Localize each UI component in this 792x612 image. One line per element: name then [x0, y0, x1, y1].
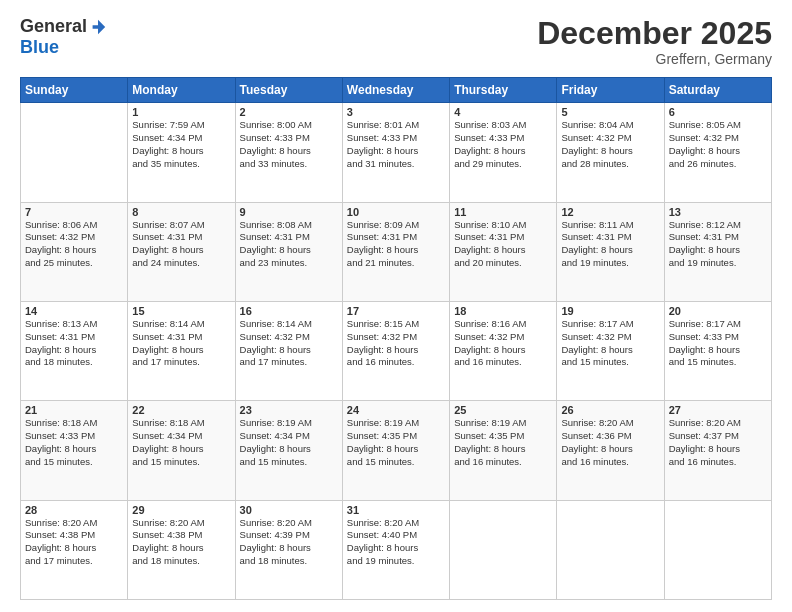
day-info: Sunrise: 8:08 AMSunset: 4:31 PMDaylight:… [240, 219, 338, 270]
day-info: Sunrise: 8:05 AMSunset: 4:32 PMDaylight:… [669, 119, 767, 170]
week-row-4: 21Sunrise: 8:18 AMSunset: 4:33 PMDayligh… [21, 401, 772, 500]
day-number: 1 [132, 106, 230, 118]
day-number: 30 [240, 504, 338, 516]
calendar-cell: 21Sunrise: 8:18 AMSunset: 4:33 PMDayligh… [21, 401, 128, 500]
day-info: Sunrise: 8:20 AMSunset: 4:40 PMDaylight:… [347, 517, 445, 568]
logo-icon [89, 18, 107, 36]
calendar-cell: 30Sunrise: 8:20 AMSunset: 4:39 PMDayligh… [235, 500, 342, 599]
title-block: December 2025 Greffern, Germany [537, 16, 772, 67]
day-info: Sunrise: 8:20 AMSunset: 4:38 PMDaylight:… [25, 517, 123, 568]
day-number: 9 [240, 206, 338, 218]
day-info: Sunrise: 8:07 AMSunset: 4:31 PMDaylight:… [132, 219, 230, 270]
calendar-cell [557, 500, 664, 599]
day-number: 17 [347, 305, 445, 317]
calendar-cell: 28Sunrise: 8:20 AMSunset: 4:38 PMDayligh… [21, 500, 128, 599]
calendar-cell: 19Sunrise: 8:17 AMSunset: 4:32 PMDayligh… [557, 301, 664, 400]
calendar-cell: 29Sunrise: 8:20 AMSunset: 4:38 PMDayligh… [128, 500, 235, 599]
day-number: 2 [240, 106, 338, 118]
calendar-cell: 23Sunrise: 8:19 AMSunset: 4:34 PMDayligh… [235, 401, 342, 500]
day-number: 8 [132, 206, 230, 218]
day-number: 21 [25, 404, 123, 416]
calendar-cell: 17Sunrise: 8:15 AMSunset: 4:32 PMDayligh… [342, 301, 449, 400]
day-number: 28 [25, 504, 123, 516]
day-number: 24 [347, 404, 445, 416]
day-header-thursday: Thursday [450, 78, 557, 103]
day-number: 16 [240, 305, 338, 317]
day-info: Sunrise: 8:18 AMSunset: 4:34 PMDaylight:… [132, 417, 230, 468]
calendar-table: SundayMondayTuesdayWednesdayThursdayFrid… [20, 77, 772, 600]
day-info: Sunrise: 8:00 AMSunset: 4:33 PMDaylight:… [240, 119, 338, 170]
calendar-cell: 20Sunrise: 8:17 AMSunset: 4:33 PMDayligh… [664, 301, 771, 400]
day-info: Sunrise: 7:59 AMSunset: 4:34 PMDaylight:… [132, 119, 230, 170]
day-number: 22 [132, 404, 230, 416]
day-number: 7 [25, 206, 123, 218]
logo: General Blue [20, 16, 107, 58]
day-info: Sunrise: 8:14 AMSunset: 4:32 PMDaylight:… [240, 318, 338, 369]
calendar-cell: 6Sunrise: 8:05 AMSunset: 4:32 PMDaylight… [664, 103, 771, 202]
day-number: 31 [347, 504, 445, 516]
day-header-saturday: Saturday [664, 78, 771, 103]
logo-blue: Blue [20, 37, 59, 58]
day-info: Sunrise: 8:15 AMSunset: 4:32 PMDaylight:… [347, 318, 445, 369]
calendar-cell [664, 500, 771, 599]
calendar-cell [21, 103, 128, 202]
day-info: Sunrise: 8:01 AMSunset: 4:33 PMDaylight:… [347, 119, 445, 170]
day-info: Sunrise: 8:06 AMSunset: 4:32 PMDaylight:… [25, 219, 123, 270]
day-info: Sunrise: 8:04 AMSunset: 4:32 PMDaylight:… [561, 119, 659, 170]
calendar-cell: 7Sunrise: 8:06 AMSunset: 4:32 PMDaylight… [21, 202, 128, 301]
day-header-tuesday: Tuesday [235, 78, 342, 103]
day-info: Sunrise: 8:11 AMSunset: 4:31 PMDaylight:… [561, 219, 659, 270]
logo-general: General [20, 16, 87, 37]
page: General Blue December 2025 Greffern, Ger… [0, 0, 792, 612]
calendar-cell: 4Sunrise: 8:03 AMSunset: 4:33 PMDaylight… [450, 103, 557, 202]
day-number: 19 [561, 305, 659, 317]
calendar-cell: 9Sunrise: 8:08 AMSunset: 4:31 PMDaylight… [235, 202, 342, 301]
day-number: 29 [132, 504, 230, 516]
day-info: Sunrise: 8:14 AMSunset: 4:31 PMDaylight:… [132, 318, 230, 369]
day-info: Sunrise: 8:13 AMSunset: 4:31 PMDaylight:… [25, 318, 123, 369]
day-number: 20 [669, 305, 767, 317]
calendar-cell: 25Sunrise: 8:19 AMSunset: 4:35 PMDayligh… [450, 401, 557, 500]
calendar-cell: 26Sunrise: 8:20 AMSunset: 4:36 PMDayligh… [557, 401, 664, 500]
day-info: Sunrise: 8:20 AMSunset: 4:36 PMDaylight:… [561, 417, 659, 468]
calendar-cell: 18Sunrise: 8:16 AMSunset: 4:32 PMDayligh… [450, 301, 557, 400]
day-info: Sunrise: 8:17 AMSunset: 4:33 PMDaylight:… [669, 318, 767, 369]
day-number: 13 [669, 206, 767, 218]
day-info: Sunrise: 8:03 AMSunset: 4:33 PMDaylight:… [454, 119, 552, 170]
day-info: Sunrise: 8:20 AMSunset: 4:38 PMDaylight:… [132, 517, 230, 568]
calendar-cell [450, 500, 557, 599]
day-number: 12 [561, 206, 659, 218]
day-header-sunday: Sunday [21, 78, 128, 103]
week-row-5: 28Sunrise: 8:20 AMSunset: 4:38 PMDayligh… [21, 500, 772, 599]
day-number: 15 [132, 305, 230, 317]
header: General Blue December 2025 Greffern, Ger… [20, 16, 772, 67]
week-row-1: 1Sunrise: 7:59 AMSunset: 4:34 PMDaylight… [21, 103, 772, 202]
day-number: 25 [454, 404, 552, 416]
day-number: 3 [347, 106, 445, 118]
day-header-friday: Friday [557, 78, 664, 103]
day-number: 10 [347, 206, 445, 218]
day-number: 23 [240, 404, 338, 416]
day-info: Sunrise: 8:20 AMSunset: 4:37 PMDaylight:… [669, 417, 767, 468]
day-number: 26 [561, 404, 659, 416]
calendar-cell: 8Sunrise: 8:07 AMSunset: 4:31 PMDaylight… [128, 202, 235, 301]
calendar-cell: 5Sunrise: 8:04 AMSunset: 4:32 PMDaylight… [557, 103, 664, 202]
day-info: Sunrise: 8:16 AMSunset: 4:32 PMDaylight:… [454, 318, 552, 369]
day-number: 5 [561, 106, 659, 118]
calendar-cell: 15Sunrise: 8:14 AMSunset: 4:31 PMDayligh… [128, 301, 235, 400]
day-info: Sunrise: 8:19 AMSunset: 4:34 PMDaylight:… [240, 417, 338, 468]
location: Greffern, Germany [537, 51, 772, 67]
calendar-cell: 16Sunrise: 8:14 AMSunset: 4:32 PMDayligh… [235, 301, 342, 400]
day-info: Sunrise: 8:20 AMSunset: 4:39 PMDaylight:… [240, 517, 338, 568]
calendar-cell: 31Sunrise: 8:20 AMSunset: 4:40 PMDayligh… [342, 500, 449, 599]
month-title: December 2025 [537, 16, 772, 51]
day-header-monday: Monday [128, 78, 235, 103]
calendar-cell: 24Sunrise: 8:19 AMSunset: 4:35 PMDayligh… [342, 401, 449, 500]
day-number: 6 [669, 106, 767, 118]
calendar-cell: 11Sunrise: 8:10 AMSunset: 4:31 PMDayligh… [450, 202, 557, 301]
calendar-cell: 13Sunrise: 8:12 AMSunset: 4:31 PMDayligh… [664, 202, 771, 301]
week-row-3: 14Sunrise: 8:13 AMSunset: 4:31 PMDayligh… [21, 301, 772, 400]
calendar-cell: 14Sunrise: 8:13 AMSunset: 4:31 PMDayligh… [21, 301, 128, 400]
day-info: Sunrise: 8:12 AMSunset: 4:31 PMDaylight:… [669, 219, 767, 270]
calendar-cell: 22Sunrise: 8:18 AMSunset: 4:34 PMDayligh… [128, 401, 235, 500]
